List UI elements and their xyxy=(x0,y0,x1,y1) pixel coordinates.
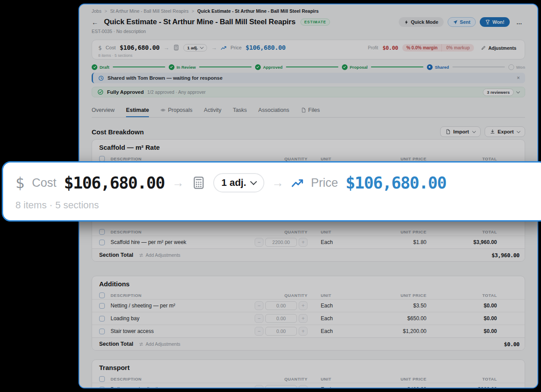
dollar-icon: $ xyxy=(15,174,24,192)
adjustment-count-label: 1 adj. xyxy=(222,177,246,189)
arrow-right-icon: → xyxy=(272,176,284,190)
price-label: Price xyxy=(311,176,338,190)
price-value: $106,680.00 xyxy=(345,174,446,192)
cost-value: $106,680.00 xyxy=(64,174,165,192)
items-sections-count: 8 items · 5 sections xyxy=(15,200,541,211)
calculator-icon xyxy=(192,176,206,190)
cost-label: Cost xyxy=(32,176,56,190)
zoom-spotlight-panel: $ Cost $106,680.00 → 1 adj. → Price $106… xyxy=(2,161,541,222)
adjustment-count-dropdown[interactable]: 1 adj. xyxy=(213,173,264,192)
trend-up-icon xyxy=(291,177,304,189)
chevron-down-icon xyxy=(250,178,257,185)
arrow-right-icon: → xyxy=(172,176,184,190)
